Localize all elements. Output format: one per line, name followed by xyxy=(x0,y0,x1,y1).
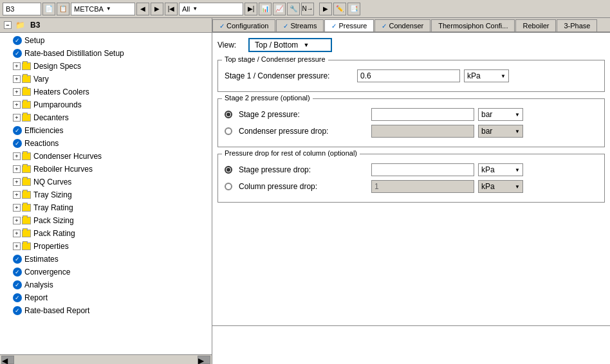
content-area: ✓ Configuration ✓ Streams ✓ Pressure ✓ C… xyxy=(212,18,610,364)
btn-b[interactable]: 📈 xyxy=(273,3,286,15)
stage1-unit-select[interactable]: kPa xyxy=(464,69,509,82)
stage-drop-unit-select[interactable]: kPa xyxy=(478,163,523,176)
stage1-input[interactable] xyxy=(357,69,460,82)
btn-a[interactable]: 📊 xyxy=(259,3,272,15)
folder-icon-decanters xyxy=(22,114,31,122)
sidebar-item-decanters[interactable]: + Decanters xyxy=(0,111,212,124)
sidebar-item-reactions[interactable]: ✓ Reactions xyxy=(0,137,212,150)
btn-e[interactable]: ▶ xyxy=(319,3,332,15)
expand-decanters[interactable]: + xyxy=(13,114,21,122)
sidebar-item-pumparounds[interactable]: + Pumparounds xyxy=(0,98,212,111)
stage2-radio-label: Stage 2 pressure: xyxy=(239,110,367,119)
folder-icon-heaters xyxy=(22,88,31,96)
nav-last[interactable]: ▶| xyxy=(245,3,257,15)
sidebar-label-decanters: Decanters xyxy=(33,113,69,122)
sidebar-label-efficiencies: Efficiencies xyxy=(24,126,63,135)
tab-check-condenser: ✓ xyxy=(382,23,387,30)
stage1-unit-label: kPa xyxy=(467,71,481,80)
btn-d[interactable]: N→ xyxy=(301,3,314,15)
sidebar-item-estimates[interactable]: ✓ Estimates xyxy=(0,253,212,266)
view-dropdown[interactable]: Top / Bottom xyxy=(248,38,332,52)
expand-nq-curves[interactable]: + xyxy=(13,178,21,186)
sidebar-item-rate-based-setup[interactable]: ✓ Rate-based Distillation Setup xyxy=(0,47,212,60)
expand-pack-rating[interactable]: + xyxy=(13,230,21,237)
sidebar-item-properties[interactable]: + Properties xyxy=(0,240,212,253)
toolbar-btn-2[interactable]: 📋 xyxy=(57,3,69,15)
nav-forward[interactable]: ▶ xyxy=(151,3,163,15)
folder-icon-tray-rating xyxy=(22,204,31,212)
condenser-unit-select[interactable]: bar xyxy=(478,125,523,138)
check-icon-rate-setup: ✓ xyxy=(13,49,22,58)
top-stage-group: Top stage / Condenser pressure Stage 1 /… xyxy=(217,60,605,92)
tab-3phase[interactable]: 3-Phase xyxy=(557,19,597,32)
radio-stage2-pressure[interactable] xyxy=(225,111,232,118)
sidebar-item-setup[interactable]: ✓ Setup xyxy=(0,34,212,47)
nav-back[interactable]: ◀ xyxy=(136,3,149,15)
sidebar-item-reboiler-hcurves[interactable]: + Reboiler Hcurves xyxy=(0,163,212,176)
cell-reference[interactable]: B3 xyxy=(3,3,41,15)
tab-streams[interactable]: ✓ Streams xyxy=(276,19,324,32)
tree-expand-root[interactable]: − xyxy=(4,21,12,29)
btn-c[interactable]: 🔧 xyxy=(287,3,300,15)
status-bar xyxy=(212,325,610,364)
form-content: View: Top / Bottom Top stage / Condenser… xyxy=(212,33,610,325)
sidebar-item-convergence[interactable]: ✓ Convergence xyxy=(0,266,212,278)
sidebar-item-rate-based-report[interactable]: ✓ Rate-based Report xyxy=(0,304,212,317)
tab-label-3phase: 3-Phase xyxy=(564,22,590,30)
btn-f[interactable]: ✏️ xyxy=(333,3,346,15)
column-drop-input[interactable] xyxy=(371,180,474,193)
column-drop-unit-select[interactable]: kPa xyxy=(478,180,523,193)
sidebar-item-pack-rating[interactable]: + Pack Rating xyxy=(0,227,212,240)
sidebar-item-tray-rating[interactable]: + Tray Rating xyxy=(0,201,212,214)
expand-reboiler-hcurves[interactable]: + xyxy=(13,165,21,173)
tab-configuration[interactable]: ✓ Configuration xyxy=(212,19,275,32)
expand-tray-rating[interactable]: + xyxy=(13,204,21,212)
tab-pressure[interactable]: ✓ Pressure xyxy=(324,19,374,33)
expand-design-specs[interactable]: + xyxy=(13,62,21,70)
sidebar-item-vary[interactable]: + Vary xyxy=(0,73,212,86)
expand-pack-sizing[interactable]: + xyxy=(13,217,21,224)
sidebar-label-tray-sizing: Tray Sizing xyxy=(33,190,72,199)
app-dropdown[interactable]: METCBA xyxy=(71,3,135,15)
stage2-input[interactable] xyxy=(371,108,474,121)
sidebar-item-efficiencies[interactable]: ✓ Efficiencies xyxy=(0,124,212,137)
sidebar-item-heaters-coolers[interactable]: + Heaters Coolers xyxy=(0,86,212,98)
nav-first[interactable]: |◀ xyxy=(165,3,178,15)
btn-g[interactable]: 📑 xyxy=(347,3,360,15)
radio-stage-drop[interactable] xyxy=(225,166,232,174)
sidebar-item-tray-sizing[interactable]: + Tray Sizing xyxy=(0,188,212,201)
nav-all-dropdown[interactable]: All xyxy=(179,3,243,15)
condenser-drop-input[interactable] xyxy=(371,125,474,138)
expand-properties[interactable]: + xyxy=(13,242,21,250)
sidebar-item-pack-sizing[interactable]: + Pack Sizing xyxy=(0,214,212,227)
stage2-unit-select[interactable]: bar xyxy=(478,108,523,121)
sidebar: − 📁 B3 ✓ Setup ✓ Rate-based Distillation… xyxy=(0,18,212,364)
expand-condenser-hcurves[interactable]: + xyxy=(13,152,21,160)
tab-thermosiphon[interactable]: Thermosiphon Confi... xyxy=(431,19,515,32)
sidebar-item-design-specs[interactable]: + Design Specs xyxy=(0,60,212,73)
toolbar-btn-1[interactable]: 📄 xyxy=(42,3,55,15)
sidebar-label-report: Report xyxy=(24,293,48,302)
folder-icon-reboiler-hcurves xyxy=(22,165,31,173)
sidebar-root-label: B3 xyxy=(30,21,40,30)
expand-tray-sizing[interactable]: + xyxy=(13,191,21,199)
sidebar-label-rate-setup: Rate-based Distillation Setup xyxy=(24,49,124,58)
expand-vary[interactable]: + xyxy=(13,75,21,83)
sidebar-label-tray-rating: Tray Rating xyxy=(33,203,73,212)
tab-reboiler[interactable]: Reboiler xyxy=(515,19,556,32)
sidebar-item-analysis[interactable]: ✓ Analysis xyxy=(0,278,212,291)
sidebar-scrollbar-h[interactable]: ◀ ▶ xyxy=(0,354,212,364)
radio-column-drop[interactable] xyxy=(225,183,232,190)
stage-drop-input[interactable] xyxy=(371,163,474,176)
radio-condenser-drop[interactable] xyxy=(225,127,232,135)
sidebar-label-properties: Properties xyxy=(33,242,69,251)
sidebar-item-condenser-hcurves[interactable]: + Condenser Hcurves xyxy=(0,150,212,163)
expand-pumparounds[interactable]: + xyxy=(13,101,21,109)
expand-heaters[interactable]: + xyxy=(13,88,21,96)
scroll-btn-left[interactable]: ◀ xyxy=(1,356,14,364)
scroll-btn-right[interactable]: ▶ xyxy=(198,356,210,364)
folder-icon-pumparounds xyxy=(22,101,31,109)
tab-condenser[interactable]: ✓ Condenser xyxy=(374,19,430,32)
sidebar-item-report[interactable]: ✓ Report xyxy=(0,291,212,304)
sidebar-item-nq-curves[interactable]: + NQ Curves xyxy=(0,176,212,188)
